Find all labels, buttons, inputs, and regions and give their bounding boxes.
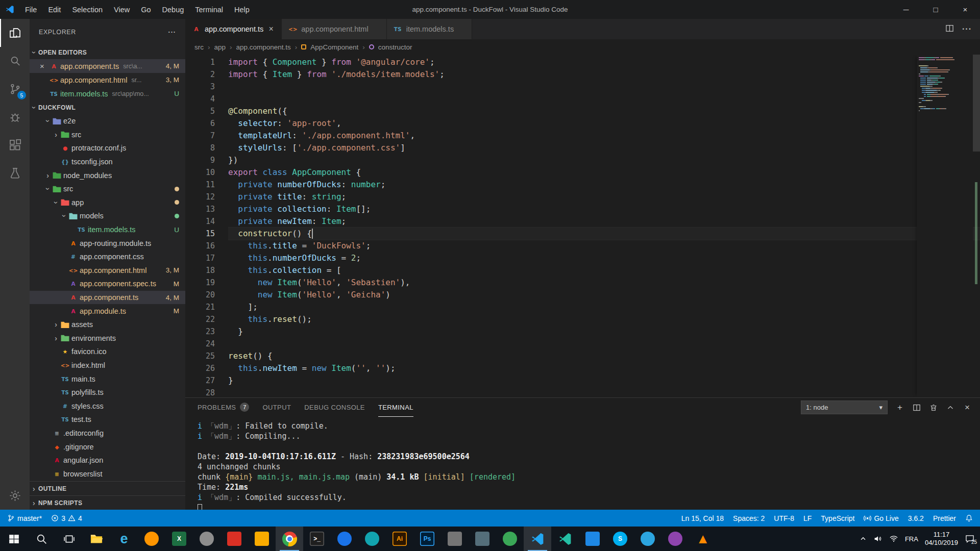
line-number[interactable]: 26 <box>185 362 215 374</box>
code-line[interactable]: this.numberOfDucks = 2; <box>228 252 980 264</box>
tree-item-models[interactable]: ›models <box>30 209 185 223</box>
code-line[interactable]: private newItem: Item; <box>228 215 980 228</box>
taskbar-file-explorer[interactable] <box>83 527 110 551</box>
line-number[interactable]: 15 <box>185 228 215 240</box>
explorer-more-actions-icon[interactable]: ··· <box>168 29 177 36</box>
window-maximize-button[interactable]: □ <box>921 0 950 19</box>
tree-item-main-ts[interactable]: TSmain.ts <box>30 372 185 386</box>
line-number[interactable]: 25 <box>185 350 215 362</box>
line-number[interactable]: 19 <box>185 277 215 289</box>
tree-item-app-component-css[interactable]: #app.component.css <box>30 250 185 264</box>
npm-scripts-header[interactable]: › NPM SCRIPTS <box>30 495 185 510</box>
code-line[interactable]: constructor() { <box>228 228 980 240</box>
problems-status[interactable]: 34 <box>51 514 82 522</box>
tree-item-tsconfig-json[interactable]: {}tsconfig.json <box>30 155 185 169</box>
taskbar-app-amber[interactable] <box>248 527 276 551</box>
menu-terminal[interactable]: Terminal <box>189 0 229 19</box>
line-number[interactable]: 10 <box>185 166 215 179</box>
tree-item-app-component-ts[interactable]: Aapp.component.ts4, M <box>30 291 185 305</box>
code-line[interactable] <box>228 93 980 105</box>
code-line[interactable]: new Item('Hello', 'Geicha') <box>228 289 980 301</box>
line-number[interactable]: 17 <box>185 252 215 264</box>
activity-extensions-icon[interactable] <box>0 131 30 159</box>
line-number[interactable]: 5 <box>185 105 215 117</box>
activity-search-icon[interactable] <box>0 47 30 75</box>
taskbar-start[interactable] <box>0 527 28 551</box>
taskbar-app-blue[interactable] <box>579 527 606 551</box>
code-line[interactable]: new Item('Hello', 'Sebastien'), <box>228 277 980 289</box>
tree-item-editorconfig[interactable]: ≡.editorconfig <box>30 427 185 440</box>
code-line[interactable]: private title: string; <box>228 191 980 203</box>
activity-debug-icon[interactable] <box>0 103 30 131</box>
tree-item-e2e[interactable]: ›e2e <box>30 114 185 128</box>
status-cursor-position[interactable]: Ln 15, Col 18 <box>681 514 724 522</box>
taskbar-task-view[interactable] <box>55 527 83 551</box>
line-number[interactable]: 23 <box>185 325 215 338</box>
taskbar-photoshop[interactable]: Ps <box>413 527 441 551</box>
code-line[interactable] <box>228 81 980 93</box>
panel-tab-terminal[interactable]: TERMINAL <box>378 398 413 417</box>
tree-item-item-models-ts[interactable]: TSitem.models.tsU <box>30 223 185 237</box>
taskbar-chrome[interactable] <box>276 527 303 551</box>
breadcrumb-item-app-component-ts[interactable]: app.component.ts <box>236 43 291 51</box>
line-number[interactable]: 11 <box>185 179 215 191</box>
window-close-button[interactable]: × <box>950 0 980 19</box>
line-number[interactable]: 21 <box>185 301 215 313</box>
panel-tab-output[interactable]: OUTPUT <box>262 398 291 417</box>
line-number[interactable]: 8 <box>185 142 215 154</box>
tree-item-environments[interactable]: ›environments <box>30 332 185 345</box>
code-line[interactable]: styleUrls: ['./app.component.css'] <box>228 142 980 154</box>
breadcrumb-item-appcomponent[interactable]: AppComponent <box>310 43 358 51</box>
code-line[interactable]: templateUrl: './app.component.html', <box>228 130 980 142</box>
tree-item-angular-json[interactable]: Aangular.json <box>30 454 185 467</box>
code-line[interactable]: } <box>228 325 980 338</box>
panel-tab-debug-console[interactable]: DEBUG CONSOLE <box>304 398 365 417</box>
line-number[interactable]: 3 <box>185 81 215 93</box>
taskbar-edge[interactable]: e <box>110 527 138 551</box>
breadcrumb-item-src[interactable]: src <box>194 43 204 51</box>
taskbar-terminal-app[interactable]: >_ <box>303 527 331 551</box>
tab-app-component-html[interactable]: <>app.component.html <box>282 19 386 39</box>
close-panel-button[interactable]: × <box>963 403 972 412</box>
taskbar-search[interactable] <box>28 527 55 551</box>
gutter[interactable]: 1234567891011121314151617181920212223242… <box>185 55 228 397</box>
line-number[interactable]: 14 <box>185 215 215 228</box>
tab-app-component-ts[interactable]: Aapp.component.ts× <box>185 19 282 39</box>
line-number[interactable]: 28 <box>185 387 215 397</box>
tree-item-src[interactable]: ›src <box>30 128 185 142</box>
scrollbar-thumb[interactable] <box>973 55 980 152</box>
tree-item-assets[interactable]: ›assets <box>30 318 185 332</box>
menu-view[interactable]: View <box>108 0 135 19</box>
kill-terminal-button[interactable] <box>929 403 938 412</box>
line-number[interactable]: 18 <box>185 264 215 277</box>
new-terminal-button[interactable]: + <box>895 403 904 412</box>
status-version[interactable]: 3.6.2 <box>908 514 924 522</box>
code-line[interactable]: ]; <box>228 301 980 313</box>
line-number[interactable]: 9 <box>185 154 215 166</box>
code-line[interactable]: } <box>228 374 980 387</box>
menu-file[interactable]: File <box>19 0 42 19</box>
code-line[interactable] <box>228 387 980 397</box>
status-prettier[interactable]: Prettier <box>933 514 956 522</box>
tab-close-icon[interactable]: × <box>267 24 275 34</box>
tree-item-node-modules[interactable]: ›node_modules <box>30 168 185 182</box>
taskbar-vscode[interactable] <box>524 527 551 551</box>
taskbar-app-teal[interactable] <box>358 527 386 551</box>
action-center-icon[interactable]: 25 <box>965 534 975 544</box>
code-line[interactable]: this.collection = [ <box>228 264 980 277</box>
line-number[interactable]: 7 <box>185 130 215 142</box>
split-editor-icon[interactable] <box>945 24 954 35</box>
line-number[interactable]: 20 <box>185 289 215 301</box>
status-eol[interactable]: LF <box>803 514 812 522</box>
line-number[interactable]: 6 <box>185 117 215 130</box>
code-lines[interactable]: import { Component } from '@angular/core… <box>228 55 980 397</box>
open-editor-app-component-ts[interactable]: ×Aapp.component.tssrc\a...4, M <box>30 59 185 73</box>
editor[interactable]: 1234567891011121314151617181920212223242… <box>185 55 980 397</box>
tree-item-protractor-conf-js[interactable]: ●protractor.conf.js <box>30 141 185 155</box>
tree-item-app-routing-module-ts[interactable]: Aapp-routing.module.ts <box>30 236 185 250</box>
taskbar-illustrator[interactable]: Ai <box>386 527 413 551</box>
taskbar-skype[interactable]: S <box>606 527 634 551</box>
tree-item-app-module-ts[interactable]: Aapp.module.tsM <box>30 304 185 318</box>
line-number[interactable]: 22 <box>185 313 215 325</box>
menu-help[interactable]: Help <box>229 0 255 19</box>
